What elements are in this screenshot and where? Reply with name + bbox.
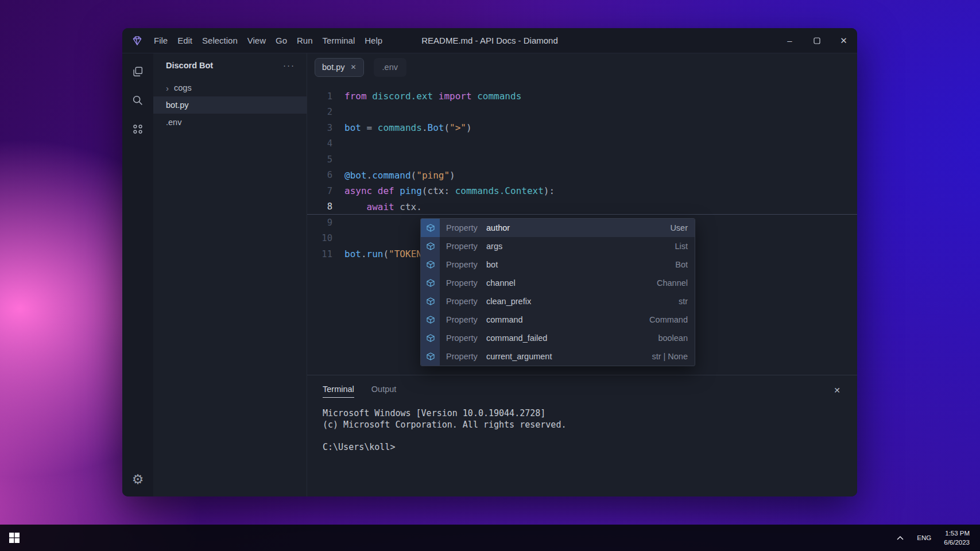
clock-time: 1:53 PM [944, 529, 970, 538]
menu-item-go[interactable]: Go [275, 34, 288, 46]
code-line-1[interactable]: 1from discord.ext import commands [307, 88, 857, 104]
more-actions-icon[interactable]: ··· [283, 60, 295, 70]
code-line-3[interactable]: 3bot = commands.Bot(">") [307, 120, 857, 136]
line-number: 6 [307, 170, 332, 180]
tab-output[interactable]: Output [371, 385, 397, 398]
tab-label: .env [382, 63, 398, 72]
code-line-4[interactable]: 4 [307, 136, 857, 152]
suggestion-bot[interactable]: PropertybotBot [421, 255, 695, 274]
minimize-button[interactable]: – [776, 28, 803, 53]
desktop: { "window": { "app_icon": "diamond-gem-i… [0, 0, 980, 551]
line-number: 2 [307, 107, 332, 117]
suggestion-kind: Property [446, 315, 482, 324]
settings-gear-icon[interactable]: ⚙ [132, 473, 144, 486]
menu-item-help[interactable]: Help [364, 34, 383, 46]
suggestion-command[interactable]: PropertycommandCommand [421, 311, 695, 329]
window-title: README.md - API Docs - Diamond [421, 36, 558, 45]
suggestion-name: channel [486, 278, 516, 288]
terminal-line: (c) Microsoft Corporation. All rights re… [323, 420, 857, 431]
line-number: 10 [307, 233, 332, 243]
activity-bar: ⚙ [122, 53, 153, 496]
terminal-tabbar: Terminal Output [323, 385, 857, 398]
chevron-right-icon: › [166, 83, 169, 93]
tree-item-label: cogs [174, 83, 192, 92]
menu-item-file[interactable]: File [153, 34, 168, 46]
code-text: bot = commands.Bot(">") [344, 122, 472, 133]
suggestion-type: str [679, 297, 688, 306]
menu-item-selection[interactable]: Selection [202, 34, 238, 46]
code-line-2[interactable]: 2 [307, 104, 857, 121]
windows-start-icon[interactable] [9, 533, 20, 543]
suggestion-current_argument[interactable]: Propertycurrent_argumentstr | None [421, 347, 695, 366]
tree-item-cogs[interactable]: ›cogs [153, 79, 307, 96]
line-number: 1 [307, 91, 332, 102]
files-icon[interactable] [131, 65, 145, 79]
suggestion-name: current_argument [486, 352, 552, 361]
suggestion-type: List [675, 242, 688, 251]
suggestion-command_failed[interactable]: Propertycommand_failedboolean [421, 329, 695, 347]
tree-item-bot-py[interactable]: bot.py [153, 96, 307, 114]
code-text: bot.run("TOKEN [344, 249, 422, 259]
hidden-icons-chevron[interactable] [896, 536, 904, 541]
tab-terminal[interactable]: Terminal [323, 385, 354, 398]
menu-item-edit[interactable]: Edit [177, 34, 193, 46]
language-indicator[interactable]: ENG [917, 534, 931, 541]
search-icon[interactable] [131, 94, 145, 107]
suggestion-author[interactable]: PropertyauthorUser [421, 219, 695, 237]
menu-item-terminal[interactable]: Terminal [322, 34, 356, 46]
extensions-icon[interactable] [131, 122, 145, 136]
suggestion-kind: Property [446, 223, 482, 232]
diamond-gem-icon [131, 35, 143, 46]
code-line-6[interactable]: 6@bot.command("ping") [307, 168, 857, 184]
code-line-7[interactable]: 7async def ping(ctx: commands.Context): [307, 183, 857, 199]
suggestion-name: author [486, 223, 510, 232]
maximize-button[interactable] [803, 28, 830, 53]
terminal-line [323, 430, 857, 442]
suggestion-kind: Property [446, 260, 482, 269]
menubar: FileEditSelectionViewGoRunTerminalHelp [153, 34, 383, 46]
minimize-icon: – [787, 36, 792, 45]
code-line-5[interactable]: 5 [307, 152, 857, 168]
suggestion-name: command_failed [486, 333, 547, 343]
property-cube-icon [421, 292, 440, 311]
terminal-line: Microsoft Windows [Version 10.0.19044.27… [323, 408, 857, 420]
code-text: @bot.command("ping") [344, 170, 455, 181]
line-number: 8 [307, 201, 332, 212]
property-cube-icon [421, 329, 440, 347]
suggestion-kind: Property [446, 352, 482, 361]
property-cube-icon [421, 255, 440, 274]
taskbar: ENG 1:53 PM 6/6/2023 [0, 525, 980, 551]
suggestion-type: Bot [675, 260, 688, 269]
window-controls: – ✕ [776, 28, 857, 53]
line-number: 7 [307, 186, 332, 196]
suggestion-args[interactable]: PropertyargsList [421, 237, 695, 255]
suggestion-channel[interactable]: PropertychannelChannel [421, 274, 695, 292]
property-cube-icon [421, 219, 440, 237]
clock[interactable]: 1:53 PM 6/6/2023 [944, 529, 970, 547]
menu-item-run[interactable]: Run [296, 34, 313, 46]
code-text: async def ping(ctx: commands.Context): [344, 185, 555, 196]
suggestion-clean_prefix[interactable]: Propertyclean_prefixstr [421, 292, 695, 311]
tree-item-label: bot.py [166, 100, 189, 110]
tab-bot-py[interactable]: bot.py ✕ [315, 58, 364, 77]
tab-close-icon[interactable]: ✕ [351, 63, 357, 71]
suggestion-kind: Property [446, 242, 482, 251]
suggestion-name: args [486, 242, 502, 251]
property-cube-icon [421, 311, 440, 329]
suggestion-type: Command [649, 315, 688, 324]
close-icon: ✕ [840, 36, 847, 46]
tree-item-env[interactable]: .env [153, 114, 307, 131]
editor-tabbar: bot.py ✕ .env [307, 53, 857, 81]
line-number: 11 [307, 249, 332, 259]
suggestion-type: str | None [652, 352, 688, 361]
tab-env[interactable]: .env [374, 58, 406, 77]
app-window: FileEditSelectionViewGoRunTerminalHelp R… [122, 28, 857, 496]
terminal-close-icon[interactable]: ✕ [834, 386, 840, 395]
explorer-sidebar: Discord Bot ··· ›cogsbot.py.env [153, 53, 307, 496]
code-line-8[interactable]: 8 await ctx. [307, 199, 857, 215]
terminal-panel: Terminal Output ✕ Microsoft Windows [Ver… [307, 375, 857, 496]
close-button[interactable]: ✕ [830, 28, 857, 53]
line-number: 3 [307, 123, 332, 133]
suggestion-type: boolean [658, 333, 688, 343]
menu-item-view[interactable]: View [247, 34, 266, 46]
